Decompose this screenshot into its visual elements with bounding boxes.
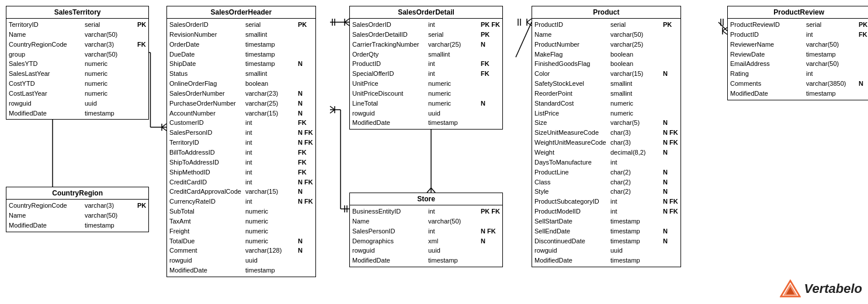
col-type: varchar(50) <box>610 30 663 39</box>
col-name: Rating <box>730 69 806 78</box>
col-flags: N <box>481 40 485 49</box>
table-row: CreditCardIDintN FK <box>167 177 315 187</box>
col-name: SizeUnitMeasureCode <box>534 128 610 137</box>
table-row: CostYTDnumeric <box>6 79 148 89</box>
col-type: serial <box>806 20 859 29</box>
table-row: SalesYTDnumeric <box>6 59 148 69</box>
svg-line-35 <box>330 110 335 113</box>
table-row: ModifiedDatetimestamp <box>350 256 502 265</box>
col-type: serial <box>245 20 298 29</box>
table-productReview: ProductReviewProductReviewIDserialPKProd… <box>727 6 868 100</box>
table-row: OnlineOrderFlagboolean <box>167 79 315 89</box>
table-row: FinishedGoodsFlagboolean <box>532 59 680 69</box>
col-type: int <box>428 60 481 68</box>
table-row: SalesOrderDetailIDserialPK <box>350 30 502 40</box>
col-type: timestamp <box>610 217 663 226</box>
col-name: SalesPersonID <box>169 128 245 137</box>
col-name: Name <box>9 30 85 39</box>
col-name: CountryRegionCode <box>9 201 85 210</box>
col-type: int <box>610 207 663 216</box>
table-row: Classchar(2)N <box>532 177 680 187</box>
col-flags: FK <box>298 148 307 157</box>
table-row: SellEndDatetimestampN <box>532 226 680 236</box>
col-name: Name <box>534 30 610 39</box>
table-row: SellStartDatetimestamp <box>532 216 680 226</box>
table-row: DemographicsxmlN <box>350 236 502 246</box>
col-flags: N FK <box>481 227 496 236</box>
col-type: numeric <box>245 207 298 216</box>
table-row: SubTotalnumeric <box>167 207 315 216</box>
table-row: ListPricenumeric <box>532 109 680 118</box>
col-type: varchar(50) <box>428 217 481 226</box>
col-type: varchar(15) <box>610 69 663 78</box>
table-row: CurrencyRateIDintN FK <box>167 197 315 207</box>
table-header-salesOrderDetail: SalesOrderDetail <box>350 6 502 19</box>
col-flags: N <box>481 99 485 108</box>
table-row: ProductIDintFK <box>350 59 502 69</box>
table-salesOrderHeader: SalesOrderHeaderSalesOrderIDserialPKRevi… <box>166 6 316 277</box>
col-name: CostLastYear <box>9 89 85 98</box>
col-name: CreditCardApprovalCode <box>169 187 245 196</box>
table-row: PurchaseOrderNumbervarchar(25)N <box>167 99 315 109</box>
col-type: numeric <box>428 79 481 88</box>
col-name: ModifiedDate <box>730 89 806 98</box>
svg-line-11 <box>162 127 166 131</box>
col-name: RevisionNumber <box>169 30 245 39</box>
table-body-store: BusinessEntityIDintPK FKNamevarchar(50)S… <box>350 205 502 267</box>
col-name: OnlineOrderFlag <box>169 79 245 88</box>
col-type: numeric <box>85 89 137 98</box>
table-row: Namevarchar(50) <box>6 30 148 40</box>
table-row: ReviewerNamevarchar(50) <box>728 40 868 50</box>
table-header-store: Store <box>350 193 502 205</box>
col-type: timestamp <box>806 50 859 59</box>
col-name: CarrierTrackingNumber <box>352 40 428 49</box>
table-row: Freightnumeric <box>167 226 315 236</box>
col-name: SalesPersonID <box>352 227 428 236</box>
col-flags: FK <box>298 168 307 177</box>
col-type: smallint <box>428 50 481 59</box>
table-row: rowguiduuid <box>350 246 502 256</box>
table-row: TerritoryIDserialPK <box>6 20 148 30</box>
col-flags: N FK <box>298 138 313 147</box>
table-row: SpecialOfferIDintFK <box>350 69 502 79</box>
col-type: int <box>245 138 298 147</box>
table-row: StandardCostnumeric <box>532 99 680 109</box>
table-row: ProductModelIDintN FK <box>532 207 680 216</box>
col-name: AccountNumber <box>169 109 245 118</box>
col-type: serial <box>428 30 481 39</box>
col-name: EmailAddress <box>730 60 806 68</box>
table-row: LineTotalnumericN <box>350 99 502 109</box>
col-name: Name <box>352 217 428 226</box>
col-type: int <box>610 197 663 206</box>
col-name: Name <box>9 211 85 220</box>
col-name: ShipMethodID <box>169 168 245 177</box>
col-flags: N <box>663 178 668 187</box>
table-row: Commentvarchar(128)N <box>167 246 315 256</box>
col-type: int <box>428 20 481 29</box>
col-flags: N FK <box>663 138 678 147</box>
col-name: TerritoryID <box>169 138 245 147</box>
col-name: rowguid <box>9 99 85 108</box>
table-row: MakeFlagboolean <box>532 50 680 60</box>
table-row: Ratingint <box>728 69 868 79</box>
col-name: ProductReviewID <box>730 20 806 29</box>
col-name: DueDate <box>169 50 245 59</box>
col-type: varchar(50) <box>85 211 137 220</box>
col-name: ProductLine <box>534 168 610 177</box>
col-name: ProductNumber <box>534 40 610 49</box>
col-type: varchar(128) <box>245 246 298 255</box>
col-type: numeric <box>245 237 298 246</box>
col-name: ReorderPoint <box>534 89 610 98</box>
col-name: Demographics <box>352 237 428 246</box>
col-name: Class <box>534 178 610 187</box>
vertabelo-logo: Vertabelo <box>780 279 862 298</box>
col-type: char(2) <box>610 168 663 177</box>
col-flags: N <box>481 237 485 246</box>
col-name: SpecialOfferID <box>352 69 428 78</box>
col-name: UnitPrice <box>352 79 428 88</box>
col-name: MakeFlag <box>534 50 610 59</box>
col-type: int <box>245 168 298 177</box>
table-body-countryRegion: CountryRegionCodevarchar(3)PKNamevarchar… <box>6 200 148 232</box>
col-type: varchar(50) <box>85 30 137 39</box>
table-row: EmailAddressvarchar(50) <box>728 59 868 69</box>
